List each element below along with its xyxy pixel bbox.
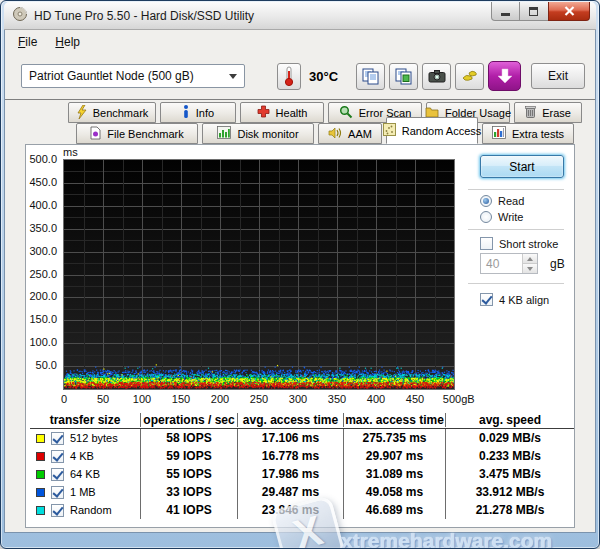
- write-option[interactable]: Write: [480, 211, 523, 223]
- series-checkbox[interactable]: [51, 450, 64, 463]
- x-tick: 100: [133, 393, 151, 405]
- minimize-button[interactable]: [491, 2, 520, 21]
- drive-select-dropdown[interactable]: Patriot Gauntlet Node (500 gB): [21, 64, 245, 88]
- download-update-button[interactable]: [488, 61, 521, 91]
- short-stroke-option[interactable]: Short stroke: [480, 237, 558, 250]
- series-color-swatch: [36, 488, 45, 497]
- close-button[interactable]: [548, 2, 590, 21]
- short-stroke-label: Short stroke: [499, 238, 558, 250]
- tab-aam[interactable]: AAM: [318, 123, 382, 144]
- y-tick: 100.0: [29, 336, 57, 348]
- tab-label: Random Access: [402, 125, 481, 137]
- table-row: 512 bytes 58 IOPS 17.106 ms 275.735 ms 0…: [30, 429, 574, 447]
- health-cross-icon: [257, 105, 270, 120]
- tab-health[interactable]: Health: [240, 102, 324, 123]
- x-axis-labels: 050100150200250300350400450500gB: [64, 393, 454, 407]
- dotted-square-icon: [383, 123, 396, 138]
- exit-button[interactable]: Exit: [531, 63, 585, 89]
- trash-icon: [525, 105, 536, 120]
- avg-speed-value: 3.475 MB/s: [445, 465, 574, 483]
- y-tick: 250.0: [29, 268, 57, 280]
- random-access-page: ms 500.0450.0400.0350.0300.0250.0200.015…: [25, 144, 575, 528]
- maximize-icon: [529, 7, 539, 16]
- x-tick: 0: [61, 393, 67, 405]
- align-checkbox[interactable]: [480, 293, 493, 306]
- copy-image-button[interactable]: [389, 63, 418, 90]
- avg-access-value: 29.487 ms: [237, 483, 343, 501]
- test-controls-panel: Start Read Write Short stroke 40: [468, 151, 574, 323]
- series-label: 4 KB: [70, 450, 94, 462]
- separator: [468, 189, 564, 190]
- y-tick: 50.0: [36, 359, 57, 371]
- x-tick: 450: [406, 393, 424, 405]
- start-button[interactable]: Start: [480, 155, 564, 178]
- y-tick: 150.0: [29, 313, 57, 325]
- short-stroke-checkbox[interactable]: [480, 237, 493, 250]
- spin-down-button[interactable]: [523, 263, 537, 273]
- tab-label: File Benchmark: [107, 128, 183, 140]
- iops-value: 33 IOPS: [140, 483, 237, 501]
- short-stroke-size-value[interactable]: 40: [481, 254, 522, 273]
- tab-label: Info: [196, 107, 214, 119]
- menu-bar: File Help: [5, 30, 595, 53]
- separator: [468, 229, 564, 230]
- short-stroke-size-spinner[interactable]: 40: [480, 253, 538, 274]
- screenshot-button[interactable]: [422, 63, 451, 90]
- table-row: 4 KB 59 IOPS 16.778 ms 29.907 ms 0.233 M…: [30, 447, 574, 465]
- menu-help[interactable]: Help: [46, 32, 89, 52]
- read-option[interactable]: Read: [480, 195, 524, 207]
- y-tick: 500.0: [29, 153, 57, 165]
- spin-up-button[interactable]: [523, 254, 537, 263]
- y-tick: 450.0: [29, 176, 57, 188]
- series-checkbox[interactable]: [51, 468, 64, 481]
- tab-label: Extra tests: [512, 128, 564, 140]
- series-checkbox[interactable]: [51, 504, 64, 517]
- iops-value: 59 IOPS: [140, 447, 237, 465]
- tab-label: Disk monitor: [237, 128, 298, 140]
- align-option[interactable]: 4 KB align: [480, 293, 549, 306]
- triangle-down-icon: [527, 267, 533, 271]
- menu-file[interactable]: File: [9, 32, 46, 52]
- title-bar[interactable]: HD Tune Pro 5.50 - Hard Disk/SSD Utility: [4, 2, 596, 30]
- tab-info[interactable]: Info: [160, 102, 236, 123]
- toolbar-buttons: [356, 61, 521, 91]
- series-label: Random: [70, 504, 112, 516]
- thermometer-icon: [284, 66, 294, 86]
- x-tick: 150: [172, 393, 190, 405]
- x-tick: 300: [289, 393, 307, 405]
- series-checkbox[interactable]: [51, 432, 64, 445]
- iops-value: 55 IOPS: [140, 465, 237, 483]
- y-tick: 400.0: [29, 199, 57, 211]
- tab-file-benchmark[interactable]: File Benchmark: [76, 123, 198, 144]
- tab-extra-tests[interactable]: Extra tests: [482, 123, 574, 144]
- avg-access-value: 23.846 ms: [237, 501, 343, 519]
- radio-read[interactable]: [480, 195, 492, 207]
- y-tick: 300.0: [29, 245, 57, 257]
- spinner-buttons: [522, 254, 537, 273]
- series-color-swatch: [36, 452, 45, 461]
- speaker-icon: [328, 127, 342, 141]
- series-checkbox[interactable]: [51, 486, 64, 499]
- tab-label: Erase: [542, 107, 571, 119]
- tab-disk-monitor[interactable]: Disk monitor: [202, 123, 314, 144]
- maximize-button[interactable]: [520, 2, 548, 21]
- camera-icon: [428, 69, 446, 83]
- tab-benchmark[interactable]: Benchmark: [68, 102, 156, 123]
- donate-button[interactable]: [455, 63, 484, 90]
- series-color-swatch: [36, 470, 45, 479]
- radio-write[interactable]: [480, 211, 492, 223]
- max-access-value: 275.735 ms: [343, 429, 445, 447]
- magnifier-icon: [339, 105, 353, 121]
- avg-speed-value: 0.233 MB/s: [445, 447, 574, 465]
- results-table: transfer size operations / sec avg. acce…: [30, 411, 574, 519]
- avg-speed-value: 0.029 MB/s: [445, 429, 574, 447]
- table-row: 64 KB 55 IOPS 17.986 ms 31.089 ms 3.475 …: [30, 465, 574, 483]
- max-access-value: 29.907 ms: [343, 447, 445, 465]
- x-tick: 500gB: [443, 393, 475, 405]
- tab-erase[interactable]: Erase: [514, 102, 582, 123]
- copy-to-clipboard-button[interactable]: [356, 63, 385, 90]
- tab-random-access[interactable]: Random Access: [386, 117, 478, 144]
- separator: [468, 283, 564, 284]
- temperature-button[interactable]: [277, 63, 301, 90]
- avg-access-value: 17.986 ms: [237, 465, 343, 483]
